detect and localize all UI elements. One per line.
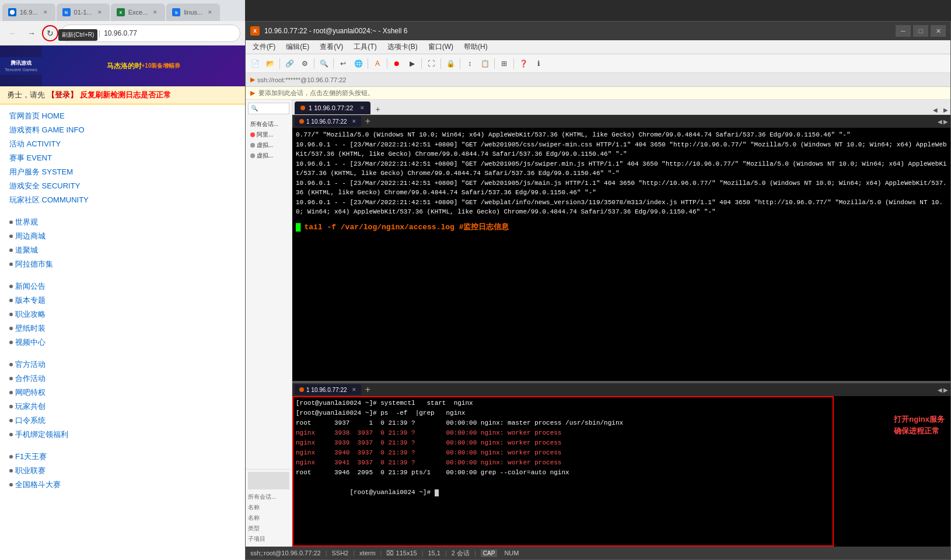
browser-tab-4[interactable]: b linus... ✕ [166,4,220,21]
menu-view[interactable]: 查看(V) [315,41,348,53]
lower-tab-1[interactable]: 1 10.96.0.77:22 ✕ [295,384,361,395]
tab-1-close[interactable]: ✕ [41,8,50,16]
xshell-app-icon: X [250,26,260,36]
close-button[interactable]: ✕ [931,25,946,37]
session-url-text: ssh://root:******@10.96.0.77:22 [257,76,346,83]
minimize-button[interactable]: ─ [896,25,911,37]
panel-bottom-name1: 名称 [248,502,289,513]
refresh-button[interactable]: ↻ [42,25,58,41]
browser-tab-3[interactable]: X Exce... ✕ [111,4,166,21]
nav-home[interactable]: 官网首页 HOME [9,109,236,123]
menu-window[interactable]: 窗口(W) [424,41,458,53]
toolbar-btn2[interactable]: 🌐 [351,57,365,71]
lower-line-cmd1: [root@yuanlai0024 ~]# systemctl start ng… [296,398,947,408]
login-link[interactable]: 【登录】 [47,90,78,100]
nav-partner-activity[interactable]: 合作活动 [15,373,46,384]
toolbar-fullscreen[interactable]: ⛶ [424,57,438,71]
nav-command[interactable]: 口令系统 [15,415,46,426]
toolbar-color[interactable]: A [370,57,384,71]
tab-3-close[interactable]: ✕ [151,8,159,16]
tencent-logo: 腾讯游戏 Tencent Games [0,57,42,75]
lower-tab-icon [299,387,304,392]
nav-wallpaper[interactable]: 壁纸时装 [15,323,46,334]
toolbar-record[interactable]: ⏺ [390,57,404,71]
terminal-tab-icon-1 [300,106,305,110]
nav-system[interactable]: 用户服务 SYSTEM [9,165,236,179]
upper-tab-close[interactable]: ✕ [352,118,356,124]
nav-national-tournament[interactable]: 全国格斗大赛 [15,480,61,490]
session-tree-item-1[interactable]: 阿里... [248,130,289,140]
panel-search-area [246,100,292,117]
toolbar-open[interactable]: 📂 [263,57,277,71]
tab-4-close[interactable]: ✕ [206,8,214,16]
tab-arrow-left[interactable]: ◀ [931,106,940,114]
toolbar-transfer[interactable]: ↕ [463,57,477,71]
nav-security[interactable]: 游戏安全 SECURITY [9,179,236,193]
session-tree-item-3[interactable]: 虚拟... [248,150,289,161]
upper-tab-arrow-right[interactable]: ▶ [943,118,948,125]
left-panel: 所有会话... 阿里... 虚拟... 虚拟... 所有会话... 名 [246,100,292,547]
nav-daojucheng-link[interactable]: 道聚城 [15,245,38,256]
session-tree-item-2[interactable]: 虚拟... [248,140,289,150]
menu-edit[interactable]: 编辑(E) [281,41,314,53]
back-button[interactable]: ← [5,25,21,41]
tab-2-close[interactable]: ✕ [96,8,104,16]
nav-arade-link[interactable]: 阿拉德市集 [15,259,53,270]
browser-tab-1[interactable]: 16.9... ✕ [2,4,55,21]
toolbar-new[interactable]: 📄 [248,57,262,71]
refresh-tooltip: 刷新(Ctrl+R) [58,29,97,41]
banner-image: 马杰洛的时 +10装备增幅券 [42,46,245,86]
terminal-tab-add[interactable]: + [372,104,383,114]
toolbar-info[interactable]: ℹ [532,57,546,71]
upper-tab-arrow-left[interactable]: ◀ [938,118,942,125]
maximize-button[interactable]: □ [913,25,928,37]
lower-line-worker2: nginx 3939 3937 0 21:39 ? 00:00:00 nginx… [296,438,947,448]
menu-file[interactable]: 文件(F) [248,41,280,53]
toolbar-play[interactable]: ▶ [405,57,419,71]
lower-tab-add[interactable]: + [363,385,373,394]
terminal-tab-close-1[interactable]: ✕ [360,105,365,111]
nav-gameinfo[interactable]: 游戏资料 GAME INFO [9,123,236,137]
tab-arrow-right[interactable]: ▶ [941,106,950,114]
toolbar-connect[interactable]: 🔗 [282,57,296,71]
lower-tab-close[interactable]: ✕ [352,387,356,393]
toolbar-split[interactable]: ⊞ [497,57,511,71]
terminal-tab-1[interactable]: 1 10.96.0.77:22 ✕ [295,102,370,114]
nav-activity[interactable]: 活动 ACTIVITY [9,137,236,151]
browser-tab-2[interactable]: N 01-1... ✕ [57,4,110,21]
toolbar-transfer2[interactable]: 📋 [478,57,492,71]
nav-official-activity[interactable]: 官方活动 [15,359,46,370]
nav-mobile-bind[interactable]: 手机绑定领福利 [15,429,68,440]
menu-tools[interactable]: 工具(T) [349,41,381,53]
nav-section-main: 官网首页 HOME 游戏资料 GAME INFO 活动 ACTIVITY 赛事 … [9,109,236,207]
nav-version[interactable]: 版本专题 [15,295,46,306]
toolbar-help[interactable]: ❓ [516,57,530,71]
toolbar-lock[interactable]: 🔒 [443,57,457,71]
nav-guide[interactable]: 职业攻略 [15,309,46,320]
nav-event[interactable]: 赛事 EVENT [9,151,236,165]
menu-help[interactable]: 帮助(H) [459,41,492,53]
nav-world-link[interactable]: 世界观 [15,217,38,228]
nav-f1[interactable]: F1天王赛 [15,452,47,462]
nav-pro-league[interactable]: 职业联赛 [15,466,46,476]
nav-internet-cafe[interactable]: 网吧特权 [15,387,46,398]
toolbar-btn1[interactable]: ↩ [336,57,350,71]
nav-user-creation[interactable]: 玩家共创 [15,401,46,412]
lower-tab-arrow-right[interactable]: ▶ [943,387,948,393]
nav-shop-link[interactable]: 周边商城 [15,231,46,242]
nav-video[interactable]: 视频中心 [15,337,46,348]
toolbar-search[interactable]: 🔍 [317,57,331,71]
menu-tabs[interactable]: 选项卡(B) [383,41,422,53]
status-session-path: ssh;:root@10.96.0.77:22 [250,550,321,556]
session-search-input[interactable] [248,103,289,114]
toolbar-settings[interactable]: ⚙ [298,57,312,71]
nav-section-world: 世界观 周边商城 道聚城 阿拉德市集 [9,215,236,271]
term-line-4: 10.96.0.1 - - [23/Mar/2022:21:42:51 +080… [296,198,947,217]
upper-tab-1[interactable]: 1 10.96.0.77:22 ✕ [295,116,361,127]
session-tree-all[interactable]: 所有会话... [248,119,289,130]
nav-community[interactable]: 玩家社区 COMMUNITY [9,193,236,207]
upper-tab-add[interactable]: + [363,117,373,126]
forward-button[interactable]: → [23,25,40,41]
nav-news[interactable]: 新闻公告 [15,281,46,292]
lower-tab-arrow-left[interactable]: ◀ [938,387,942,393]
